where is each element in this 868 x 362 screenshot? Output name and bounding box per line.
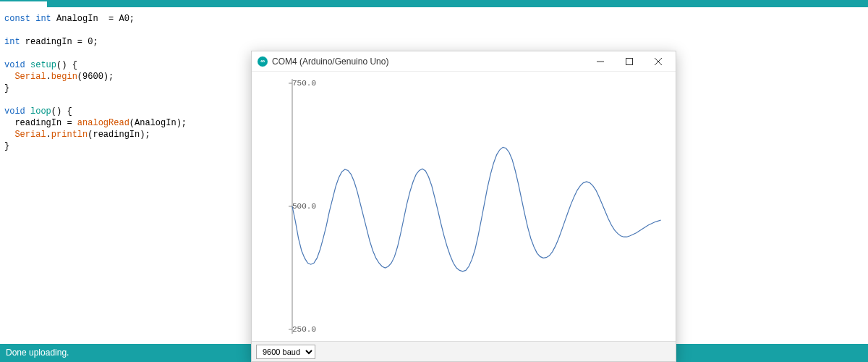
code-text: (9600); <box>77 72 114 82</box>
code-text: . <box>46 130 51 140</box>
arduino-icon-glyph: ∞ <box>260 58 265 64</box>
maximize-button[interactable] <box>615 51 644 72</box>
code-text: () { <box>51 106 72 117</box>
code-text: (AnalogIn); <box>129 118 187 128</box>
kw-void: void <box>4 60 25 70</box>
plotter-bottombar: 9600 baud <box>252 341 676 361</box>
kw-const: const <box>4 14 30 24</box>
ide-active-tab[interactable] <box>0 0 47 7</box>
obj-serial: Serial <box>14 130 46 140</box>
maximize-icon <box>626 58 633 65</box>
code-text: } <box>4 141 9 151</box>
kw-int: int <box>4 37 20 47</box>
plotter-titlebar[interactable]: ∞ COM4 (Arduino/Genuino Uno) <box>252 51 676 72</box>
code-text: . <box>46 72 51 82</box>
obj-serial: Serial <box>14 72 46 82</box>
kw-void: void <box>4 106 25 117</box>
svg-rect-1 <box>626 59 633 65</box>
minimize-button[interactable] <box>586 51 615 72</box>
code-text <box>4 72 14 82</box>
code-text: () { <box>56 60 77 70</box>
fn-analogread: analogRead <box>77 118 129 128</box>
code-text <box>4 130 14 140</box>
fn-setup: setup <box>30 60 56 70</box>
ide-toolbar <box>0 0 868 7</box>
code-text: AnalogIn = A0; <box>51 14 135 24</box>
code-text: (readingIn); <box>88 130 150 140</box>
minimize-icon <box>597 58 604 65</box>
code-text: } <box>4 83 9 93</box>
status-text: Done uploading. <box>6 348 69 358</box>
close-icon <box>655 58 662 65</box>
chart-area: 250.0500.0750.0 <box>262 75 667 338</box>
code-text: readingIn = <box>4 118 77 128</box>
kw-int: int <box>35 14 51 24</box>
fn-println: println <box>51 130 88 140</box>
serial-plotter-window: ∞ COM4 (Arduino/Genuino Uno) 250.0500.07… <box>251 51 676 362</box>
chart-svg <box>262 75 667 338</box>
fn-begin: begin <box>51 72 77 82</box>
plotter-title: COM4 (Arduino/Genuino Uno) <box>272 56 388 67</box>
fn-loop: loop <box>30 106 51 117</box>
window-controls <box>586 51 673 72</box>
code-text: readingIn = 0; <box>20 37 98 47</box>
close-button[interactable] <box>644 51 673 72</box>
arduino-icon: ∞ <box>258 56 268 67</box>
baud-select[interactable]: 9600 baud <box>256 345 315 359</box>
